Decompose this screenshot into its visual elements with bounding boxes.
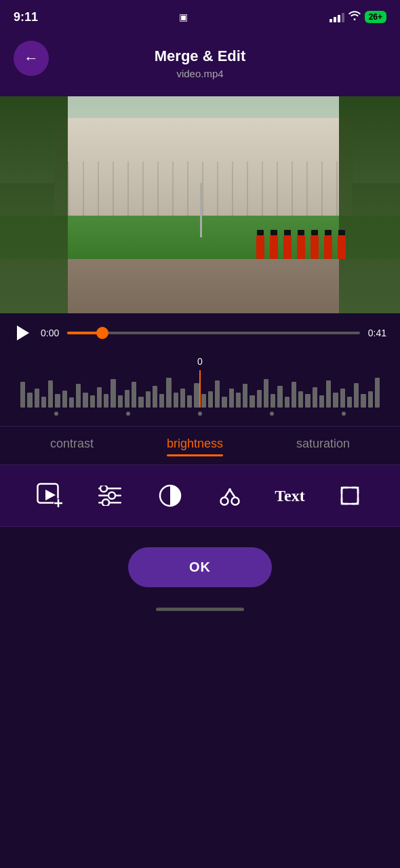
video-add-icon bbox=[37, 483, 64, 509]
status-time: 9:11 bbox=[14, 10, 38, 24]
ruler-dots bbox=[20, 412, 380, 416]
scene-trees-left bbox=[0, 96, 68, 313]
svg-rect-17 bbox=[342, 488, 358, 504]
back-button[interactable]: ← bbox=[14, 41, 49, 76]
tick bbox=[194, 383, 199, 408]
page-title: Merge & Edit bbox=[155, 47, 245, 65]
sliders-tool[interactable] bbox=[93, 479, 127, 513]
tick bbox=[20, 382, 25, 408]
svg-point-16 bbox=[228, 488, 231, 491]
tick bbox=[62, 391, 67, 408]
ruler-dot bbox=[342, 412, 346, 416]
back-arrow-icon: ← bbox=[24, 51, 39, 66]
filter-labels: contrast brightness saturation bbox=[0, 426, 400, 465]
tick bbox=[222, 397, 226, 408]
filter-contrast[interactable]: contrast bbox=[50, 437, 94, 451]
tick bbox=[229, 389, 234, 408]
tick bbox=[180, 389, 185, 408]
tick bbox=[153, 386, 157, 408]
ruler-dot bbox=[126, 412, 130, 416]
svg-line-15 bbox=[230, 490, 235, 498]
tick bbox=[264, 379, 268, 408]
play-icon bbox=[17, 326, 29, 340]
ruler-dot bbox=[198, 412, 202, 416]
filter-saturation[interactable]: saturation bbox=[296, 437, 350, 451]
svg-point-12 bbox=[221, 498, 228, 505]
ruler-playhead bbox=[199, 370, 201, 408]
ruler-value: 0 bbox=[20, 356, 380, 367]
tick bbox=[97, 387, 102, 408]
play-button[interactable] bbox=[14, 323, 33, 342]
tick bbox=[90, 395, 95, 408]
tick bbox=[76, 384, 81, 408]
svg-point-9 bbox=[108, 492, 115, 499]
text-tool[interactable]: Text bbox=[273, 479, 306, 513]
guard-4 bbox=[297, 235, 305, 259]
scene-guards bbox=[256, 235, 346, 259]
tick bbox=[83, 393, 87, 408]
ruler-wrapper: 0 bbox=[14, 356, 386, 416]
tick bbox=[69, 397, 74, 408]
tick bbox=[236, 393, 241, 408]
tick bbox=[215, 380, 220, 408]
filter-tool[interactable] bbox=[153, 479, 187, 513]
tick bbox=[48, 380, 53, 408]
home-indicator bbox=[156, 608, 244, 611]
tick bbox=[340, 389, 345, 408]
progress-track[interactable] bbox=[67, 332, 360, 334]
time-total: 0:41 bbox=[368, 328, 386, 338]
ruler-dot bbox=[270, 412, 274, 416]
status-bar: 9:11 ▣ 26+ bbox=[0, 0, 400, 34]
tick bbox=[125, 390, 129, 408]
expand-icon bbox=[338, 484, 361, 507]
tick bbox=[159, 394, 164, 408]
tick bbox=[249, 395, 254, 408]
time-current: 0:00 bbox=[41, 328, 59, 338]
ok-area: OK bbox=[0, 527, 400, 625]
ruler-dot bbox=[54, 412, 58, 416]
tick bbox=[375, 378, 380, 408]
video-preview[interactable] bbox=[0, 96, 400, 313]
tick bbox=[208, 391, 213, 408]
tick bbox=[354, 383, 359, 408]
svg-point-10 bbox=[102, 499, 109, 506]
progress-thumb[interactable] bbox=[96, 327, 108, 339]
tick bbox=[271, 394, 275, 408]
tick bbox=[347, 397, 352, 408]
sliders-icon bbox=[98, 486, 121, 506]
signal-icon bbox=[329, 12, 344, 22]
tick bbox=[146, 391, 151, 408]
tick bbox=[313, 387, 317, 408]
guard-3 bbox=[283, 235, 292, 259]
guard-6 bbox=[324, 235, 332, 259]
tick bbox=[27, 393, 32, 408]
svg-point-13 bbox=[232, 498, 239, 505]
video-add-tool[interactable] bbox=[33, 479, 67, 513]
tick bbox=[174, 393, 178, 408]
tick bbox=[138, 397, 143, 408]
tick bbox=[361, 394, 365, 408]
tick bbox=[257, 390, 262, 408]
tick bbox=[187, 395, 192, 408]
tick bbox=[111, 379, 115, 408]
tick bbox=[285, 397, 289, 408]
cut-tool[interactable] bbox=[213, 479, 247, 513]
guard-2 bbox=[270, 235, 278, 259]
tick bbox=[118, 395, 123, 408]
text-icon: Text bbox=[275, 487, 304, 505]
tick bbox=[243, 384, 247, 408]
filter-brightness[interactable]: brightness bbox=[167, 437, 223, 451]
tick bbox=[333, 393, 338, 408]
expand-tool[interactable] bbox=[333, 479, 367, 513]
tick bbox=[41, 397, 46, 408]
controls-area: 0:00 0:41 0 bbox=[0, 313, 400, 426]
tick bbox=[104, 394, 108, 408]
scene-trees-right bbox=[339, 96, 400, 313]
svg-line-14 bbox=[224, 490, 230, 498]
scissors-icon bbox=[218, 484, 241, 507]
tick bbox=[292, 382, 296, 408]
sim-icon: ▣ bbox=[179, 12, 188, 22]
tick bbox=[55, 394, 60, 408]
video-scene bbox=[0, 96, 400, 313]
ok-button[interactable]: OK bbox=[128, 547, 272, 587]
